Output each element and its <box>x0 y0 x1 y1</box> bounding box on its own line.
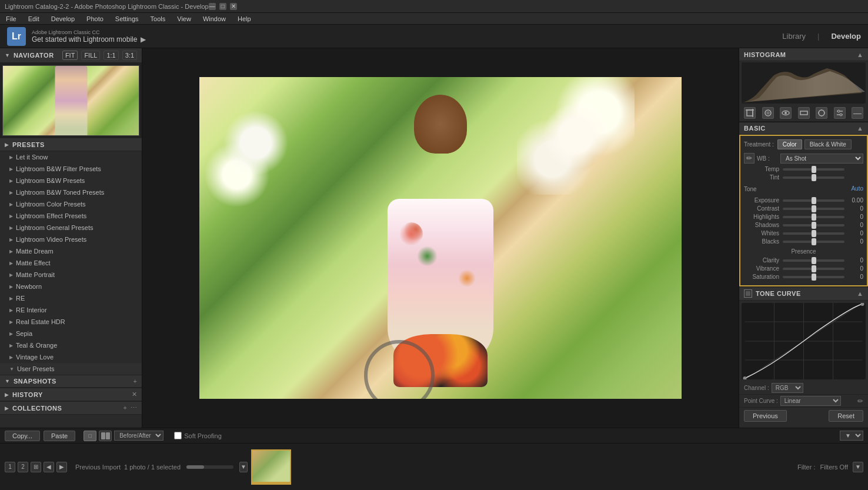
gradient-tool-btn[interactable] <box>798 107 810 119</box>
filter-dropdown-btn[interactable]: ▼ <box>853 462 863 472</box>
channel-select[interactable]: RGB Red Green Blue <box>772 383 803 393</box>
filmstrip-prev-btn[interactable]: ◀ <box>44 462 54 472</box>
basic-collapse-btn[interactable]: ▲ <box>857 125 863 132</box>
presets-header[interactable]: ▶ Presets <box>0 138 142 151</box>
minus-tool-btn[interactable]: — <box>852 107 863 119</box>
copy-btn[interactable]: Copy... <box>5 431 40 441</box>
temp-thumb[interactable] <box>812 166 816 173</box>
view-more-btn[interactable]: ▼ <box>840 431 863 441</box>
preset-bw-filter[interactable]: ▶ Lightroom B&W Filter Presets <box>0 163 142 175</box>
menu-window[interactable]: Window <box>201 15 228 22</box>
saturation-thumb[interactable] <box>812 274 816 281</box>
previous-btn[interactable]: Previous <box>744 410 787 422</box>
wb-select[interactable]: As Shot Auto Daylight Cloudy Shade <box>780 154 863 164</box>
close-btn[interactable]: ✕ <box>230 3 237 10</box>
history-header[interactable]: ▶ History ✕ <box>0 388 142 401</box>
clarity-thumb[interactable] <box>812 257 816 264</box>
tone-curve-header[interactable]: Tone Curve ▲ <box>739 286 868 301</box>
color-treatment-btn[interactable]: Color <box>777 139 802 149</box>
bw-treatment-btn[interactable]: Black & White <box>804 139 852 149</box>
point-curve-select[interactable]: Linear Medium Contrast Strong Contrast <box>780 396 841 406</box>
histogram-header[interactable]: Histogram ▲ <box>739 48 868 61</box>
tone-curve-area[interactable] <box>742 303 866 379</box>
whites-thumb[interactable] <box>812 230 816 237</box>
shadows-thumb[interactable] <box>812 222 816 229</box>
menu-view[interactable]: View <box>175 15 193 22</box>
preset-video[interactable]: ▶ Lightroom Video Presets <box>0 234 142 245</box>
main-image[interactable] <box>199 77 682 399</box>
point-curve-edit-btn[interactable]: ✏ <box>857 397 863 405</box>
filmstrip-grid-btn[interactable]: ⊞ <box>31 462 41 472</box>
preset-let-it-snow[interactable]: ▶ Let it Snow <box>0 151 142 163</box>
tone-curve-toggle[interactable] <box>744 289 752 298</box>
menu-settings[interactable]: Settings <box>113 15 141 22</box>
preset-re-interior[interactable]: ▶ RE Interior <box>0 304 142 316</box>
preset-sepia[interactable]: ▶ Sepia <box>0 328 142 339</box>
eyedropper-btn[interactable]: ✏ <box>744 153 755 164</box>
auto-btn[interactable]: Auto <box>851 185 863 192</box>
nav-fit-btn[interactable]: FIT <box>62 51 78 60</box>
radial-tool-btn[interactable] <box>816 107 827 119</box>
adjustment-tool-btn[interactable] <box>834 107 846 119</box>
preset-general[interactable]: ▶ Lightroom General Presets <box>0 222 142 234</box>
filmstrip-thumb-1[interactable] <box>251 449 291 485</box>
menu-photo[interactable]: Photo <box>84 15 106 22</box>
collections-more-btn[interactable]: ⋯ <box>131 404 137 412</box>
nav-1-1-btn[interactable]: 1:1 <box>104 51 118 60</box>
preset-effect[interactable]: ▶ Lightroom Effect Presets <box>0 210 142 222</box>
snapshots-add-btn[interactable]: + <box>133 378 137 385</box>
highlights-thumb[interactable] <box>812 214 816 221</box>
preset-real-estate-hdr[interactable]: ▶ Real Estate HDR <box>0 316 142 328</box>
preset-user[interactable]: ▼ User Presets <box>0 363 142 375</box>
minimize-btn[interactable]: — <box>209 3 216 10</box>
tone-curve-collapse-btn[interactable]: ▲ <box>857 290 863 297</box>
preset-vintage-love[interactable]: ▶ Vintage Love <box>0 351 142 363</box>
single-view-btn[interactable]: □ <box>84 431 96 441</box>
crop-tool-btn[interactable] <box>744 107 756 119</box>
nav-fill-btn[interactable]: FILL <box>81 51 100 60</box>
preset-teal-orange[interactable]: ▶ Teal & Orange <box>0 339 142 351</box>
filmstrip-num2-btn[interactable]: 2 <box>18 462 28 472</box>
view-extra-dropdown[interactable]: ▼ <box>840 431 863 441</box>
menu-tools[interactable]: Tools <box>148 15 168 22</box>
histogram-collapse-btn[interactable]: ▲ <box>857 51 863 58</box>
menu-help[interactable]: Help <box>235 15 253 22</box>
history-clear-btn[interactable]: ✕ <box>132 391 137 398</box>
preset-newborn[interactable]: ▶ Newborn <box>0 281 142 292</box>
preset-color[interactable]: ▶ Lightroom Color Presets <box>0 198 142 210</box>
tint-thumb[interactable] <box>812 174 816 181</box>
paste-btn[interactable]: Paste <box>44 431 75 441</box>
nav-3-1-btn[interactable]: 3:1 <box>122 51 137 60</box>
promo-arrow[interactable]: ▶ <box>141 35 146 44</box>
collections-add-btn[interactable]: + <box>123 404 127 412</box>
preset-bw-toned[interactable]: ▶ Lightroom B&W Toned Presets <box>0 186 142 198</box>
module-library[interactable]: Library <box>782 32 806 41</box>
filmstrip-num1-btn[interactable]: 1 <box>5 462 15 472</box>
heal-tool-btn[interactable] <box>762 107 774 119</box>
preset-re[interactable]: ▶ RE <box>0 292 142 304</box>
soft-proof-checkbox[interactable] <box>174 432 182 439</box>
preset-matte-effect[interactable]: ▶ Matte Effect <box>0 257 142 269</box>
preset-bw[interactable]: ▶ Lightroom B&W Presets <box>0 175 142 186</box>
contrast-thumb[interactable] <box>812 205 816 212</box>
vibrance-thumb[interactable] <box>812 265 816 272</box>
menu-file[interactable]: File <box>4 15 19 22</box>
menu-edit[interactable]: Edit <box>26 15 42 22</box>
maximize-btn[interactable]: □ <box>219 3 226 10</box>
exposure-thumb[interactable] <box>812 197 816 204</box>
collections-header[interactable]: ▶ Collections + ⋯ <box>0 401 142 415</box>
preset-matte-dream[interactable]: ▶ Matte Dream <box>0 245 142 257</box>
module-develop[interactable]: Develop <box>831 32 861 41</box>
preset-matte-portrait[interactable]: ▶ Matte Portrait <box>0 269 142 281</box>
snapshots-header[interactable]: ▼ Snapshots + <box>0 375 142 388</box>
view-dropdown[interactable]: Before/After <box>114 431 163 441</box>
compare-view-btn[interactable] <box>99 431 112 441</box>
filmstrip-next-btn[interactable]: ▶ <box>56 462 67 472</box>
navigator-thumbnail[interactable] <box>2 65 139 136</box>
red-eye-tool-btn[interactable] <box>780 107 792 119</box>
menu-develop[interactable]: Develop <box>49 15 77 22</box>
reset-btn[interactable]: Reset <box>829 410 863 422</box>
blacks-thumb[interactable] <box>812 238 816 245</box>
filmstrip-source-dropdown[interactable]: ▼ <box>239 462 248 472</box>
basic-panel-header[interactable]: Basic ▲ <box>739 122 868 135</box>
